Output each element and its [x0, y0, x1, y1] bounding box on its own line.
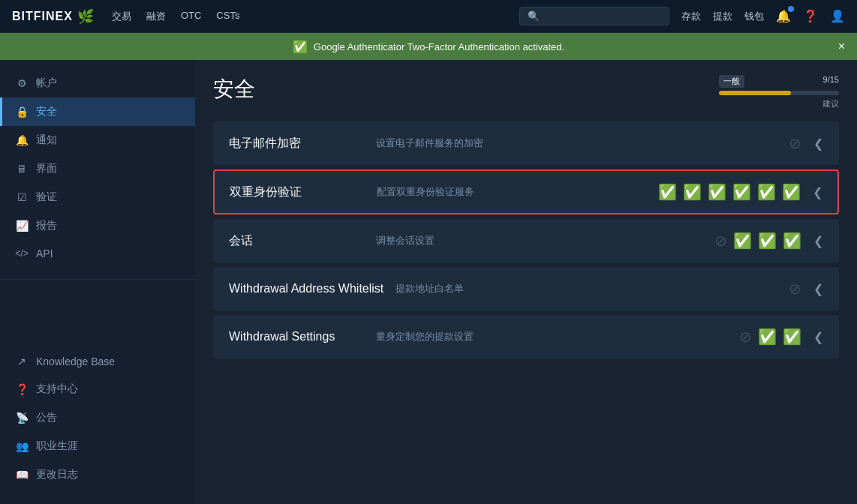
sidebar-item-notifications[interactable]: 🔔 通知	[0, 126, 195, 154]
security-row-sessions[interactable]: 会话 调整会话设置 ⊘ ✅ ✅ ✅ ❮	[213, 219, 839, 262]
help-icon[interactable]: ❓	[803, 9, 818, 23]
security-row-whitelist[interactable]: Withdrawal Address Whitelist 提款地址白名单 ⊘ ❮	[213, 267, 839, 310]
logo[interactable]: BITFINEX 🌿	[12, 8, 94, 25]
sidebar-label-interface: 界面	[36, 162, 57, 176]
user-icon[interactable]: 👤	[830, 9, 845, 23]
check-gray-whitelist-icon: ⊘	[789, 280, 801, 298]
security-row-email[interactable]: 电子邮件加密 设置电子邮件服务的加密 ⊘ ❮	[213, 122, 839, 165]
bell-icon[interactable]: 🔔	[776, 9, 791, 23]
main-content: 安全 一般 9/15 建议 电子邮件加密 设置电子邮件服务的加密 ⊘ ❮	[195, 60, 857, 504]
sidebar-label-api: API	[36, 248, 53, 260]
row-title-email: 电子邮件加密	[229, 136, 364, 152]
support-icon: ❓	[15, 383, 29, 395]
sidebar-item-support[interactable]: ❓ 支持中心	[0, 375, 195, 404]
sidebar-item-reports[interactable]: 📈 报告	[0, 212, 195, 240]
sidebar-item-interface[interactable]: 🖥 界面	[0, 154, 195, 183]
sidebar-label-reports: 报告	[36, 219, 57, 232]
banner-close-button[interactable]: ×	[838, 40, 845, 53]
row-desc-2fa: 配置双重身份验证服务	[377, 185, 658, 199]
nav-csts[interactable]: CSTs	[216, 10, 239, 23]
check-circle-5-icon: ✅	[757, 183, 776, 201]
chevron-right-sessions-icon[interactable]: ❮	[813, 234, 823, 248]
leaf-icon: 🌿	[77, 8, 94, 25]
check-circle-3-icon: ✅	[708, 183, 726, 201]
banner-content: ✅ Google Authenticator Two-Factor Authen…	[293, 40, 564, 54]
page-layout: ⚙ 帐户 🔒 安全 🔔 通知 🖥 界面 ☑ 验证 📈 报告	[0, 60, 857, 504]
sidebar-divider	[0, 279, 195, 280]
row-icons-sessions: ⊘ ✅ ✅ ✅ ❮	[714, 232, 823, 250]
check-circle-2-icon: ✅	[683, 183, 702, 201]
sidebar-item-knowledge-base[interactable]: ↗ Knowledge Base	[0, 348, 195, 375]
search-icon: 🔍	[528, 10, 540, 22]
sidebar-item-account[interactable]: ⚙ 帐户	[0, 69, 195, 98]
sidebar-label-announcements: 公告	[36, 411, 57, 424]
sidebar-label-changelog: 更改日志	[36, 468, 78, 482]
sidebar-item-api[interactable]: </> API	[0, 240, 195, 267]
sidebar-item-changelog[interactable]: 📖 更改日志	[0, 460, 195, 489]
book-icon: 📖	[15, 469, 29, 481]
check-gray-1-icon: ⊘	[714, 232, 727, 250]
check-circle-gray-icon: ⊘	[789, 134, 801, 152]
security-row-withdrawal-settings[interactable]: Withdrawal Settings 量身定制您的提款设置 ⊘ ✅ ✅ ❮	[213, 315, 839, 358]
check-ws-2-icon: ✅	[783, 328, 801, 346]
check-ws-1-icon: ✅	[758, 328, 777, 346]
search-bar[interactable]: 🔍	[519, 7, 669, 26]
deposit-button[interactable]: 存款	[681, 10, 701, 23]
progress-label-general: 一般	[719, 75, 744, 88]
check-circle-1-icon: ✅	[658, 183, 677, 201]
sidebar-label-careers: 职业生涯	[36, 440, 78, 453]
wallet-button[interactable]: 钱包	[744, 10, 764, 23]
row-title-2fa: 双重身份验证	[230, 184, 365, 200]
sidebar: ⚙ 帐户 🔒 安全 🔔 通知 🖥 界面 ☑ 验证 📈 报告	[0, 60, 195, 504]
sidebar-bottom-section: ↗ Knowledge Base ❓ 支持中心 📡 公告 👥 职业生涯 📖 更改…	[0, 348, 195, 489]
progress-labels: 一般 9/15	[719, 75, 839, 88]
row-icons-email: ⊘ ❮	[789, 134, 823, 152]
check-icon: ☑	[15, 191, 29, 203]
check-s-3-icon: ✅	[783, 232, 801, 250]
sidebar-label-account: 帐户	[36, 76, 57, 90]
sidebar-item-announcements[interactable]: 📡 公告	[0, 404, 195, 432]
sidebar-item-careers[interactable]: 👥 职业生涯	[0, 432, 195, 460]
sidebar-item-verification[interactable]: ☑ 验证	[0, 183, 195, 212]
progress-bar	[719, 91, 839, 95]
row-desc-whitelist: 提款地址白名单	[395, 282, 789, 296]
row-icons-withdrawal-settings: ⊘ ✅ ✅ ❮	[739, 328, 823, 346]
withdraw-button[interactable]: 提款	[713, 10, 732, 23]
topnav: BITFINEX 🌿 交易 融资 OTC CSTs 🔍 存款 提款 钱包 🔔 ❓…	[0, 0, 857, 33]
people-icon: 👥	[15, 440, 29, 452]
row-desc-sessions: 调整会话设置	[376, 234, 714, 248]
sidebar-label-support: 支持中心	[36, 382, 78, 396]
check-s-2-icon: ✅	[758, 232, 777, 250]
nav-actions: 存款 提款 钱包 🔔 ❓ 👤	[681, 9, 845, 23]
check-circle-4-icon: ✅	[732, 183, 751, 201]
nav-links: 交易 融资 OTC CSTs	[112, 10, 519, 23]
row-icons-2fa: ✅ ✅ ✅ ✅ ✅ ✅ ❮	[658, 183, 822, 201]
bell-badge	[788, 6, 794, 12]
progress-score: 9/15	[823, 75, 839, 88]
chevron-right-2fa-icon[interactable]: ❮	[813, 185, 822, 200]
chevron-right-whitelist-icon[interactable]: ❮	[813, 282, 823, 296]
banner-check-icon: ✅	[293, 40, 308, 54]
brand-name: BITFINEX	[12, 10, 73, 23]
sidebar-label-notifications: 通知	[36, 134, 57, 147]
row-title-sessions: 会话	[229, 233, 364, 249]
bell-nav-icon: 🔔	[15, 134, 29, 146]
check-s-1-icon: ✅	[733, 232, 752, 250]
row-title-whitelist: Withdrawal Address Whitelist	[229, 282, 383, 296]
settings-icon: ⚙	[15, 77, 29, 89]
security-row-2fa[interactable]: 双重身份验证 配置双重身份验证服务 ✅ ✅ ✅ ✅ ✅ ✅ ❮	[213, 170, 839, 214]
nav-funding[interactable]: 融资	[146, 10, 166, 23]
monitor-icon: 🖥	[15, 163, 29, 175]
sidebar-item-security[interactable]: 🔒 安全	[0, 98, 195, 126]
notification-banner: ✅ Google Authenticator Two-Factor Authen…	[0, 33, 857, 60]
progress-bar-fill	[719, 91, 791, 95]
chevron-right-ws-icon[interactable]: ❮	[813, 330, 823, 344]
lock-icon: 🔒	[15, 106, 29, 118]
rss-icon: 📡	[15, 412, 29, 424]
progress-suggest-label: 建议	[822, 98, 839, 110]
nav-trading[interactable]: 交易	[112, 10, 131, 23]
row-desc-email: 设置电子邮件服务的加密	[376, 136, 789, 150]
check-circle-6-icon: ✅	[782, 183, 801, 201]
nav-otc[interactable]: OTC	[181, 10, 201, 23]
chevron-right-icon[interactable]: ❮	[813, 136, 823, 151]
